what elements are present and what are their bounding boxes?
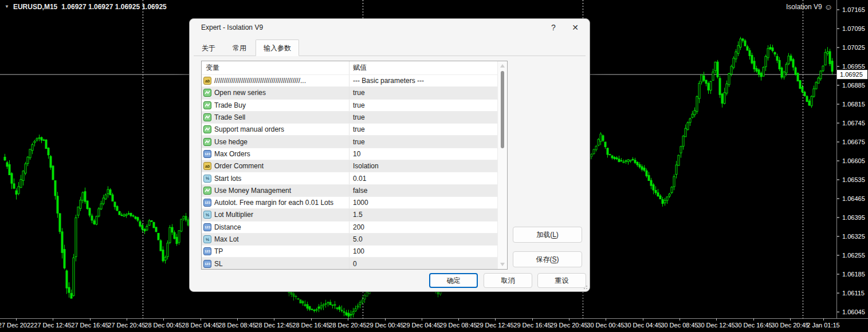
time-tick-label: 27 Dec 20:45: [108, 322, 145, 329]
parameters-table-header: 变量 赋值: [202, 61, 507, 75]
reset-button[interactable]: 重设: [537, 273, 586, 288]
expert-properties-dialog: Expert - Isolation V9 ? ✕ 关于 常用 输入参数 变量 …: [189, 18, 590, 292]
parameter-row[interactable]: 123 SL 0: [202, 258, 507, 270]
parameter-value-cell[interactable]: false: [349, 185, 507, 196]
parameter-value-cell[interactable]: 100: [349, 246, 507, 257]
time-tick-label: 29 Dec 08:45: [439, 322, 477, 329]
help-button[interactable]: ?: [545, 20, 562, 35]
price-tick-label: 1.06395: [842, 214, 865, 221]
parameter-value-cell[interactable]: true: [349, 124, 507, 135]
time-tick-label: 30 Dec 04:45: [624, 322, 661, 329]
dialog-titlebar[interactable]: Expert - Isolation V9 ? ✕: [190, 19, 590, 36]
column-header-variable: 变量: [202, 61, 349, 74]
parameter-row[interactable]: ½ Start lots 0.01: [202, 172, 507, 184]
table-scrollbar[interactable]: [497, 61, 507, 269]
price-tick-label: 1.06675: [842, 139, 865, 145]
chart-symbol-label: EURUSD,M15: [13, 3, 57, 11]
parameter-row[interactable]: ab Order Comment Isolation: [202, 160, 507, 172]
parameter-value-cell[interactable]: 5.0: [349, 234, 507, 245]
price-tick-label: 1.06815: [842, 101, 865, 108]
parameter-row[interactable]: Trade Buy true: [202, 100, 507, 112]
parameter-row[interactable]: 123 Distance 200: [202, 222, 507, 234]
tab-common[interactable]: 常用: [225, 41, 254, 56]
price-tick-label: 1.06745: [842, 120, 865, 127]
time-tick-label: 28 Dec 04:45: [182, 322, 219, 329]
tab-about[interactable]: 关于: [194, 41, 223, 56]
cancel-button[interactable]: 取消: [484, 273, 532, 288]
parameter-value-cell[interactable]: true: [349, 112, 507, 123]
dialog-title: Expert - Isolation V9: [201, 23, 263, 31]
price-tick-label: 1.07165: [842, 6, 865, 13]
parameter-row[interactable]: ½ Lot Multiplier 1.5: [202, 209, 507, 221]
parameter-row[interactable]: 123 Autolot. Free margin for each 0.01 L…: [202, 197, 507, 209]
symbol-dropdown-arrow[interactable]: ▼: [5, 5, 9, 9]
string-param-icon: ab: [203, 77, 211, 85]
double-param-icon: ½: [203, 211, 211, 219]
time-tick-label: 30 Dec 16:45: [735, 322, 772, 329]
time-tick-label: 27 Dec 2022: [0, 322, 34, 329]
time-tick-label: 29 Dec 20:45: [550, 322, 587, 329]
dialog-tabs: 关于 常用 输入参数: [194, 42, 586, 56]
parameter-value-cell[interactable]: 0.01: [349, 172, 507, 184]
price-tick-label: 1.06605: [842, 157, 865, 164]
load-button[interactable]: 加载(L): [513, 227, 582, 243]
parameter-row[interactable]: Open new series true: [202, 87, 507, 99]
parameter-value-cell[interactable]: 1000: [349, 197, 507, 208]
price-tick-label: 1.06325: [842, 233, 865, 240]
parameter-row[interactable]: ½ Max Lot 5.0: [202, 234, 507, 246]
parameter-row[interactable]: Support manual orders true: [202, 124, 507, 136]
time-tick-label: 29 Dec 04:45: [403, 322, 440, 329]
time-tick-label: 28 Dec 12:45: [255, 322, 292, 329]
bool-param-icon: [203, 138, 211, 146]
time-tick-label: 27 Dec 16:45: [71, 322, 108, 329]
parameter-row[interactable]: Use hedge true: [202, 136, 507, 148]
bool-param-icon: [203, 101, 211, 109]
time-tick-label: 30 Dec 08:45: [661, 322, 698, 329]
parameter-value-cell[interactable]: true: [349, 100, 507, 111]
tab-inputs[interactable]: 输入参数: [256, 39, 299, 56]
parameter-value-cell[interactable]: true: [349, 87, 507, 98]
int-param-icon: 123: [203, 150, 211, 158]
scrollbar-thumb[interactable]: [501, 71, 504, 148]
price-tick-label: 1.06955: [842, 63, 865, 70]
time-tick-label: 28 Dec 20:45: [329, 322, 366, 329]
parameter-row[interactable]: 123 Max Orders 10: [202, 148, 507, 160]
current-price-label: 1.06925: [840, 71, 863, 78]
parameter-row[interactable]: Use Money Management false: [202, 185, 507, 197]
scrollbar-down-arrow-icon[interactable]: [500, 263, 505, 266]
ok-button[interactable]: 确定: [429, 273, 478, 288]
price-tick-label: 1.06045: [842, 309, 865, 315]
ea-name-label: Isolation V9: [786, 3, 822, 11]
string-param-icon: ab: [203, 162, 211, 170]
parameter-value-cell[interactable]: 10: [349, 148, 507, 160]
int-param-icon: 123: [203, 247, 211, 255]
int-param-icon: 123: [203, 223, 211, 231]
time-tick-label: 2 Jan 01:15: [807, 322, 840, 329]
parameter-row[interactable]: ab /////////////////////////////////////…: [202, 75, 507, 87]
parameter-row[interactable]: 123 TP 100: [202, 246, 507, 258]
time-tick-label: 30 Dec 20:45: [771, 322, 808, 329]
parameter-row[interactable]: Trade Sell true: [202, 112, 507, 124]
bool-param-icon: [203, 187, 211, 195]
bool-param-icon: [203, 125, 211, 133]
mt4-terminal-chart-window: 1.071651.070951.070251.069551.068851.068…: [0, 0, 868, 332]
parameter-value-cell[interactable]: Isolation: [349, 160, 507, 172]
parameter-value-cell[interactable]: 0: [349, 258, 507, 269]
time-tick-label: 28 Dec 16:45: [292, 322, 329, 329]
close-button[interactable]: ✕: [567, 20, 584, 35]
time-tick-label: 28 Dec 08:45: [218, 322, 256, 329]
scrollbar-up-arrow-icon[interactable]: [500, 64, 505, 68]
parameter-value-cell[interactable]: true: [349, 136, 507, 147]
resize-grip[interactable]: [582, 283, 587, 289]
save-button[interactable]: 保存(S): [513, 251, 582, 267]
chart-symbol-overlay: ▼ EURUSD,M15 1.06927 1.06927 1.06925 1.0…: [5, 3, 167, 11]
double-param-icon: ½: [203, 175, 211, 183]
ea-smiley-icon[interactable]: ☺: [824, 3, 832, 11]
parameter-value-cell[interactable]: 1.5: [349, 209, 507, 220]
bool-param-icon: [203, 89, 211, 97]
parameter-value-cell[interactable]: 200: [349, 222, 507, 233]
parameter-value-cell[interactable]: --- Basic parameters ---: [349, 75, 507, 86]
ea-overlay: Isolation V9 ☺: [786, 3, 832, 11]
time-tick-label: 30 Dec 12:45: [697, 322, 735, 329]
time-tick-label: 29 Dec 12:45: [476, 322, 513, 329]
